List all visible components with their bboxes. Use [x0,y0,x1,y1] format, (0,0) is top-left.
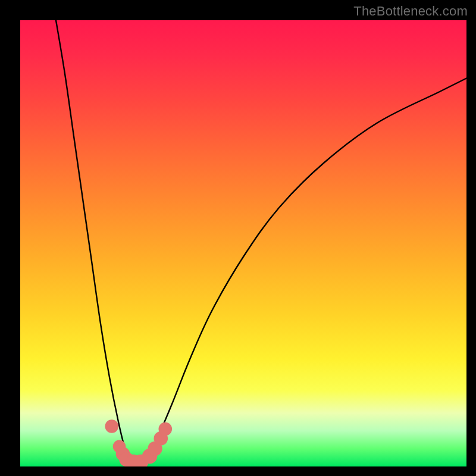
chart-frame: TheBottleneck.com [0,0,476,476]
watermark-text: TheBottleneck.com [353,4,468,19]
bottleneck-curve [56,20,466,464]
plot-area [20,20,466,466]
curve-marker [105,419,119,433]
curve-marker [159,422,173,436]
curve-markers [105,419,173,466]
curve-layer [20,20,466,466]
